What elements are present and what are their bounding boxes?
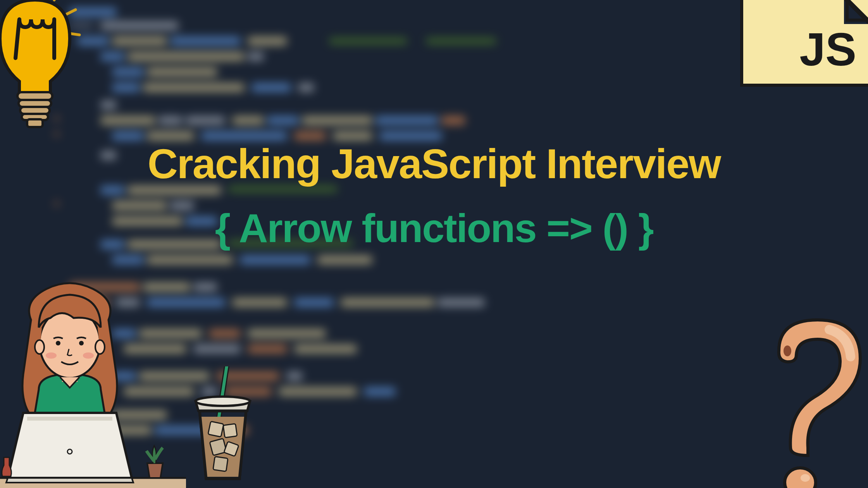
- question-mark-icon: [752, 312, 868, 488]
- svg-rect-23: [208, 421, 224, 437]
- js-file-badge: JS: [740, 0, 868, 87]
- svg-point-12: [35, 340, 44, 354]
- subtitle: { Arrow functions => () }: [0, 205, 868, 251]
- svg-rect-27: [213, 457, 228, 471]
- svg-point-22: [196, 397, 250, 406]
- svg-point-14: [56, 341, 60, 345]
- woman-at-laptop-icon: [0, 273, 186, 488]
- svg-point-29: [784, 345, 791, 356]
- svg-point-17: [83, 352, 94, 359]
- svg-rect-7: [27, 119, 43, 127]
- main-title: Cracking JavaScript Interview: [0, 139, 868, 188]
- iced-coffee-icon: [190, 366, 256, 484]
- svg-point-15: [79, 341, 84, 345]
- svg-point-16: [46, 352, 57, 359]
- svg-point-13: [95, 340, 105, 354]
- svg-point-31: [801, 474, 810, 482]
- svg-point-30: [785, 468, 816, 488]
- svg-rect-24: [223, 424, 237, 438]
- svg-rect-25: [210, 438, 227, 455]
- lightbulb-icon: [0, 0, 81, 133]
- js-badge-text: JS: [799, 22, 856, 76]
